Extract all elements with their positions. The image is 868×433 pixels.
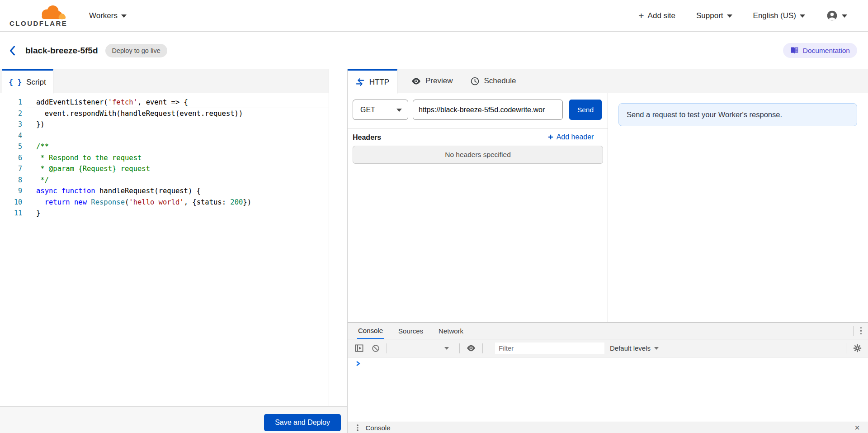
show-console-sidebar-icon[interactable] [355, 344, 363, 352]
code-line[interactable]: 7 * @param {Request} request [0, 163, 329, 175]
support-menu[interactable]: Support [696, 11, 732, 20]
code-line[interactable]: 4 [0, 130, 329, 142]
line-number: 5 [0, 141, 27, 152]
chevron-down-icon [800, 14, 805, 18]
brand-text: CLOUDFLARE [9, 19, 67, 27]
editor-scroll-gutter [329, 69, 329, 406]
toolbar-separator [846, 343, 846, 353]
line-number: 2 [0, 108, 27, 119]
add-header-label: Add header [557, 133, 594, 141]
http-tab-label: HTTP [369, 78, 389, 87]
line-code: addEventListener('fetch', event => { [27, 97, 329, 108]
chevron-down-icon [396, 109, 402, 112]
line-number: 6 [0, 152, 27, 164]
send-button[interactable]: Send [569, 100, 602, 120]
tab-http[interactable]: HTTP [348, 69, 397, 94]
toolbar-separator [459, 343, 460, 353]
schedule-tab-label: Schedule [484, 76, 516, 86]
drawer-menu-icon[interactable] [357, 424, 358, 431]
cloudflare-logo[interactable]: CLOUDFLARE [9, 5, 69, 27]
devtools-menu-icon[interactable] [860, 327, 862, 335]
log-levels-label: Default levels [610, 344, 651, 352]
line-number: 4 [0, 130, 27, 142]
page-title: black-breeze-5f5d [25, 46, 98, 56]
code-line[interactable]: 6 * Respond to the request [0, 152, 329, 164]
deploy-status-badge: Deploy to go live [105, 44, 167, 57]
line-number: 9 [0, 186, 27, 197]
user-avatar-icon [826, 10, 838, 22]
add-site-label: Add site [648, 11, 675, 20]
chevron-down-icon [654, 347, 659, 350]
add-site-button[interactable]: + Add site [638, 11, 675, 20]
line-code [27, 130, 329, 142]
top-nav: CLOUDFLARE Workers + Add site Support En… [0, 0, 868, 32]
cloudflare-workers-editor: CLOUDFLARE Workers + Add site Support En… [0, 0, 868, 433]
chevron-left-icon [9, 46, 16, 56]
code-line[interactable]: 1addEventListener('fetch', event => { [0, 97, 329, 108]
cloudflare-cloud-icon [36, 5, 67, 20]
documentation-button[interactable]: Documentation [783, 43, 857, 58]
back-button[interactable] [9, 45, 19, 56]
tab-schedule[interactable]: Schedule [462, 69, 525, 93]
console-settings-gear-icon[interactable] [853, 344, 862, 352]
empty-headers-notice: No headers specified [353, 146, 603, 164]
console-output[interactable] [348, 357, 868, 422]
method-value: GET [360, 106, 375, 114]
line-code: */ [27, 175, 329, 186]
tab-script[interactable]: { } Script [2, 69, 53, 94]
devtools-tab-sources[interactable]: Sources [397, 323, 424, 339]
devtools-tab-network[interactable]: Network [438, 323, 464, 339]
line-number: 8 [0, 175, 27, 186]
console-prompt[interactable] [356, 361, 360, 366]
workers-menu-label: Workers [89, 11, 118, 20]
line-code: /** [27, 141, 329, 152]
code-line[interactable]: 3}) [0, 119, 329, 130]
editor-footer: Save and Deploy [0, 406, 347, 433]
code-line[interactable]: 11} [0, 208, 329, 219]
code-line[interactable]: 5/** [0, 141, 329, 152]
workers-menu[interactable]: Workers [89, 11, 127, 20]
save-deploy-button[interactable]: Save and Deploy [264, 414, 341, 431]
plus-icon: + [548, 133, 553, 142]
support-label: Support [696, 11, 723, 20]
code-line[interactable]: 8 */ [0, 175, 329, 186]
chevron-down-icon [727, 14, 732, 18]
console-filter-input[interactable] [495, 343, 604, 354]
book-icon [790, 47, 799, 54]
code-lines: 1addEventListener('fetch', event => {2 e… [0, 97, 329, 219]
headers-title: Headers [353, 133, 381, 142]
response-pane-divider [608, 93, 608, 322]
line-number: 7 [0, 163, 27, 175]
request-divider [348, 128, 608, 128]
live-expression-eye-icon[interactable] [467, 345, 476, 352]
line-code: } [27, 208, 329, 219]
method-dropdown[interactable]: GET [353, 100, 408, 120]
account-menu[interactable] [826, 10, 847, 22]
code-line[interactable]: 10 return new Response('hello world', {s… [0, 197, 329, 208]
devtools-tab-console[interactable]: Console [357, 323, 384, 339]
line-code: event.respondWith(handleRequest(event.re… [27, 108, 329, 119]
javascript-context-dropdown[interactable] [394, 347, 453, 350]
code-editor[interactable]: 1addEventListener('fetch', event => {2 e… [0, 93, 329, 406]
language-menu[interactable]: English (US) [753, 11, 805, 20]
braces-icon: { } [9, 78, 22, 86]
breadcrumb: black-breeze-5f5d Deploy to go live Docu… [0, 32, 868, 69]
toolbar-separator [853, 326, 854, 336]
line-code: return new Response('hello world', {stat… [27, 197, 329, 208]
line-number: 1 [0, 97, 27, 108]
request-url-input[interactable] [413, 100, 563, 120]
tab-preview[interactable]: Preview [402, 69, 462, 93]
log-levels-dropdown[interactable]: Default levels [610, 344, 659, 352]
nav-right-group: + Add site Support English (US) [638, 10, 868, 22]
line-number: 10 [0, 197, 27, 208]
close-icon[interactable]: × [854, 423, 860, 432]
drawer-title: Console [366, 424, 391, 432]
plus-icon: + [638, 11, 644, 20]
response-hint: Send a request to test your Worker's res… [618, 103, 857, 126]
code-line[interactable]: 9async function handleRequest(request) { [0, 186, 329, 197]
clear-console-icon[interactable] [372, 344, 380, 352]
language-label: English (US) [753, 11, 796, 20]
code-line[interactable]: 2 event.respondWith(handleRequest(event.… [0, 108, 329, 119]
add-header-button[interactable]: + Add header [548, 133, 594, 142]
documentation-label: Documentation [803, 47, 850, 55]
